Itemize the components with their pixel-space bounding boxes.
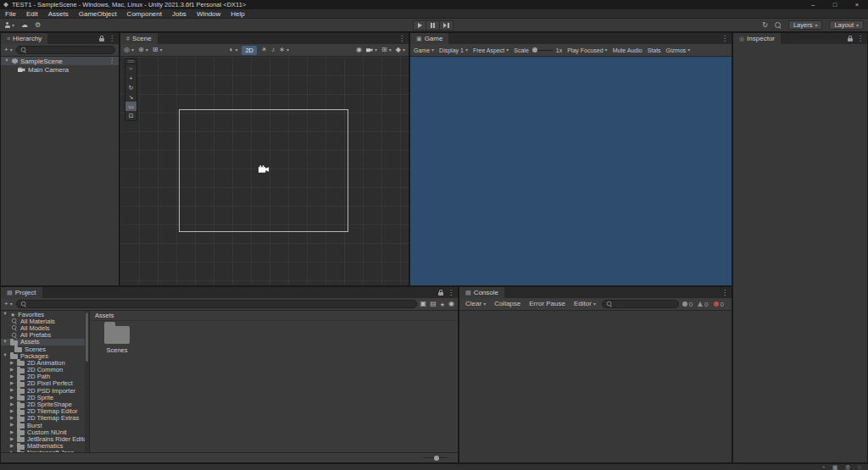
panel-menu-icon[interactable]: ⋮ bbox=[398, 36, 405, 42]
thumbnail-zoom-slider[interactable] bbox=[424, 457, 448, 458]
scrollbar-thumb[interactable] bbox=[86, 312, 88, 362]
maximize-button[interactable]: □ bbox=[824, 0, 846, 9]
panel-menu-icon[interactable]: ⋮ bbox=[857, 36, 864, 42]
tab-project[interactable]: ▤ Project bbox=[1, 287, 42, 298]
expand-icon[interactable]: ▶ bbox=[9, 388, 14, 393]
effects-dropdown[interactable]: ∗ ▾ bbox=[279, 47, 289, 53]
expand-icon[interactable]: ▶ bbox=[9, 361, 14, 366]
close-button[interactable]: × bbox=[846, 0, 868, 9]
lock-icon[interactable] bbox=[99, 38, 104, 41]
scale-slider[interactable] bbox=[532, 50, 553, 51]
gizmos-dropdown[interactable]: ◆ ▾ bbox=[396, 47, 405, 53]
project-create-button[interactable]: + ▾ bbox=[4, 301, 13, 307]
tab-scene[interactable]: # Scene bbox=[120, 33, 158, 44]
hierarchy-search-input[interactable] bbox=[16, 46, 115, 54]
error-pause-toggle[interactable]: Error Pause bbox=[526, 301, 568, 307]
tab-game[interactable]: ▣ Game bbox=[410, 33, 448, 44]
scene-visibility-toggle[interactable]: ◉ bbox=[356, 47, 362, 53]
pivot-mode-dropdown[interactable]: ◎ ▾ bbox=[124, 47, 134, 53]
info-filter-toggle[interactable]: 0 bbox=[682, 301, 693, 308]
minimize-button[interactable]: – bbox=[802, 0, 824, 9]
expand-icon[interactable]: ▶ bbox=[9, 402, 14, 407]
menu-file[interactable]: File bbox=[0, 9, 21, 19]
project-content[interactable]: Assets Scenes bbox=[90, 311, 458, 452]
expand-icon[interactable]: ▶ bbox=[9, 381, 14, 386]
code-optimization-icon[interactable]: ⚙ bbox=[845, 464, 850, 470]
scene-viewport[interactable]: ☞ + ↻ ↘ ▭ ⊡ bbox=[120, 57, 409, 285]
pivot-rotation-dropdown[interactable]: ⊕ ▾ bbox=[138, 47, 148, 53]
project-search-input[interactable] bbox=[16, 300, 417, 308]
expand-icon[interactable]: ▼ bbox=[3, 340, 8, 345]
scale-tool-button[interactable]: ↘ bbox=[125, 92, 136, 102]
search-button[interactable] bbox=[775, 22, 782, 29]
panel-menu-icon[interactable]: ⋮ bbox=[721, 36, 728, 42]
mute-audio-toggle[interactable]: Mute Audio bbox=[610, 47, 645, 53]
grid-visibility-dropdown[interactable]: ⊞ ▾ bbox=[381, 47, 392, 53]
scale-slider-knob[interactable] bbox=[532, 47, 537, 53]
expand-icon[interactable]: ▼ bbox=[3, 353, 8, 358]
tree-row-package[interactable]: ▶2D Tilemap Extras bbox=[1, 415, 89, 422]
undo-history-button[interactable]: ↻ bbox=[762, 22, 768, 29]
lock-icon[interactable] bbox=[438, 292, 443, 296]
stats-toggle[interactable]: Stats bbox=[645, 47, 664, 53]
panel-menu-icon[interactable]: ⋮ bbox=[108, 36, 115, 42]
camera-settings-dropdown[interactable]: ▾ bbox=[366, 47, 377, 53]
expand-icon[interactable]: ▶ bbox=[9, 430, 14, 435]
move-tool-button[interactable]: + bbox=[125, 74, 136, 83]
lighting-toggle[interactable]: ☀ bbox=[261, 47, 267, 53]
save-search-button[interactable]: ★ bbox=[440, 301, 445, 307]
game-gizmos-dropdown[interactable]: Gizmos ▾ bbox=[664, 47, 693, 53]
search-by-type-button[interactable]: ▣ bbox=[420, 301, 427, 307]
play-button[interactable] bbox=[413, 20, 426, 30]
expand-icon[interactable]: ▶ bbox=[9, 437, 14, 442]
lock-icon[interactable] bbox=[848, 38, 853, 41]
transform-tool-button[interactable]: ⊡ bbox=[125, 111, 136, 120]
clear-dropdown[interactable]: Clear ▾ bbox=[463, 301, 488, 307]
display-dropdown[interactable]: Display 1 ▾ bbox=[437, 47, 470, 53]
expand-icon[interactable]: ▶ bbox=[9, 444, 14, 449]
tab-inspector[interactable]: ◎ Inspector bbox=[733, 33, 781, 44]
step-button[interactable] bbox=[440, 20, 453, 30]
warning-filter-toggle[interactable]: 0 bbox=[698, 301, 708, 308]
snap-settings-dropdown[interactable]: ⊞ ▾ bbox=[153, 47, 163, 53]
expand-icon[interactable]: ▼ bbox=[3, 312, 8, 317]
expand-icon[interactable]: ▶ bbox=[9, 374, 14, 379]
cache-server-icon[interactable]: ▦ bbox=[832, 464, 837, 470]
game-viewport[interactable] bbox=[410, 57, 732, 285]
asset-tile-scenes[interactable]: Scenes bbox=[100, 326, 134, 354]
panel-menu-icon[interactable]: ⋮ bbox=[721, 290, 728, 296]
rotate-tool-button[interactable]: ↻ bbox=[125, 83, 136, 92]
game-view-dropdown[interactable]: Game ▾ bbox=[411, 47, 437, 53]
hierarchy-create-button[interactable]: + ▾ bbox=[4, 47, 13, 53]
collapse-toggle[interactable]: Collapse bbox=[492, 301, 523, 307]
console-status-icon[interactable]: ○ bbox=[858, 464, 861, 470]
aspect-ratio-dropdown[interactable]: Free Aspect ▾ bbox=[470, 47, 511, 53]
activity-indicator-icon[interactable]: ◔ bbox=[821, 464, 825, 470]
menu-component[interactable]: Component bbox=[122, 9, 167, 19]
draw-mode-dropdown[interactable]: ◐ ▾ bbox=[230, 47, 238, 53]
expand-icon[interactable]: ▶ bbox=[9, 423, 14, 428]
expand-icon[interactable]: ▼ bbox=[4, 58, 9, 64]
menu-edit[interactable]: Edit bbox=[21, 9, 43, 19]
audio-toggle[interactable]: ♪ bbox=[271, 47, 275, 53]
menu-jobs[interactable]: Jobs bbox=[167, 9, 192, 19]
play-focused-dropdown[interactable]: Play Focused ▾ bbox=[565, 47, 609, 53]
panel-menu-icon[interactable]: ⋮ bbox=[448, 290, 454, 296]
console-search-input[interactable] bbox=[602, 300, 679, 308]
expand-icon[interactable]: ▶ bbox=[9, 409, 14, 414]
project-tree-scrollbar[interactable] bbox=[85, 311, 89, 452]
editor-dropdown[interactable]: Editor ▾ bbox=[571, 301, 598, 307]
rect-tool-button[interactable]: ▭ bbox=[125, 102, 136, 111]
hierarchy-row-main-camera[interactable]: Main Camera bbox=[1, 65, 119, 74]
camera-gizmo-icon[interactable] bbox=[259, 165, 270, 174]
hidden-packages-button[interactable]: ◉ bbox=[448, 301, 454, 307]
hierarchy-row-scene[interactable]: ▼ SampleScene ⋮ bbox=[1, 57, 119, 65]
expand-icon[interactable]: ▶ bbox=[9, 416, 14, 421]
pause-button[interactable] bbox=[426, 20, 440, 30]
preferences-button[interactable]: ⚙ bbox=[35, 22, 41, 29]
expand-icon[interactable]: ▶ bbox=[9, 395, 14, 401]
expand-icon[interactable]: ▶ bbox=[9, 368, 14, 373]
layout-dropdown[interactable]: Layout ▾ bbox=[829, 20, 864, 30]
tree-row-all-prefabs[interactable]: All Prefabs bbox=[1, 332, 89, 339]
account-dropdown[interactable]: ▾ bbox=[4, 22, 14, 29]
